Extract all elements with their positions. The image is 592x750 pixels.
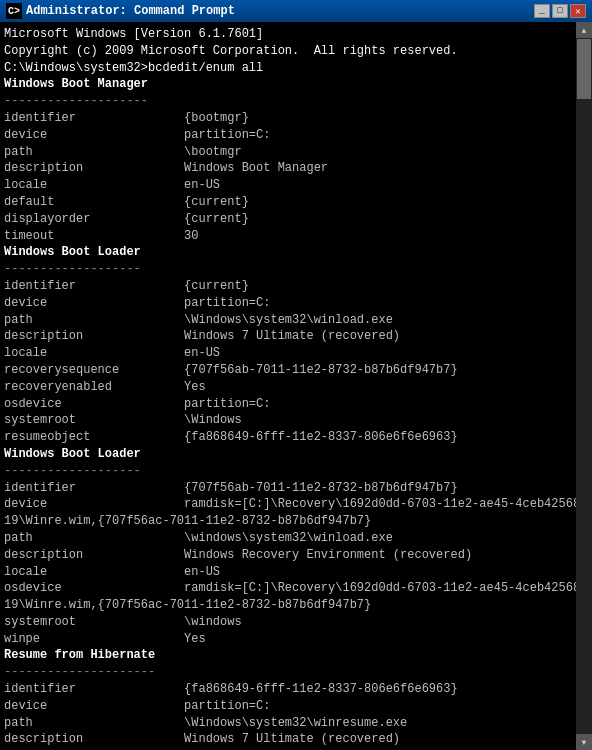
terminal-content: Microsoft Windows [Version 6.1.7601]Copy… [0, 22, 592, 750]
terminal-line: timeout 30 [4, 228, 568, 245]
terminal-line: description Windows 7 Ultimate (recovere… [4, 328, 568, 345]
scroll-up-button[interactable]: ▲ [576, 22, 592, 38]
scrollbar-thumb[interactable] [577, 39, 591, 99]
app-icon: C> [6, 3, 22, 19]
terminal-line: device ramdisk=[C:]\Recovery\1692d0dd-67… [4, 496, 568, 513]
terminal-line: 19\Winre.wim,{707f56ac-7011-11e2-8732-b8… [4, 597, 568, 614]
terminal-line: displayorder {current} [4, 211, 568, 228]
terminal-line: path \Windows\system32\winresume.exe [4, 715, 568, 732]
terminal-line: default {current} [4, 194, 568, 211]
terminal-line: --------------------- [4, 664, 568, 681]
minimize-button[interactable]: _ [534, 4, 550, 18]
terminal-line: locale en-US [4, 177, 568, 194]
terminal-line: Resume from Hibernate [4, 647, 568, 664]
terminal-line: systemroot \windows [4, 614, 568, 631]
terminal-line: resumeobject {fa868649-6fff-11e2-8337-80… [4, 429, 568, 446]
terminal-line: Microsoft Windows [Version 6.1.7601] [4, 26, 568, 43]
terminal-output: Microsoft Windows [Version 6.1.7601]Copy… [4, 26, 588, 746]
terminal-line: Windows Boot Loader [4, 446, 568, 463]
close-button[interactable]: ✕ [570, 4, 586, 18]
terminal-line: recoverysequence {707f56ab-7011-11e2-873… [4, 362, 568, 379]
titlebar: C> Administrator: Command Prompt _ □ ✕ [0, 0, 592, 22]
window-title: Administrator: Command Prompt [26, 4, 235, 18]
terminal-line: ------------------- [4, 463, 568, 480]
terminal-line: description Windows 7 Ultimate (recovere… [4, 731, 568, 746]
scrollbar[interactable]: ▲ ▼ [576, 22, 592, 750]
terminal-line: Windows Boot Manager [4, 76, 568, 93]
terminal-line: ------------------- [4, 261, 568, 278]
terminal-line: device partition=C: [4, 127, 568, 144]
terminal-line: Copyright (c) 2009 Microsoft Corporation… [4, 43, 568, 60]
terminal-line: identifier {bootmgr} [4, 110, 568, 127]
terminal-line: identifier {707f56ab-7011-11e2-8732-b87b… [4, 480, 568, 497]
terminal-line: osdevice ramdisk=[C:]\Recovery\1692d0dd-… [4, 580, 568, 597]
titlebar-left: C> Administrator: Command Prompt [6, 3, 235, 19]
scroll-down-button[interactable]: ▼ [576, 734, 592, 750]
terminal-line: description Windows Recovery Environment… [4, 547, 568, 564]
maximize-button[interactable]: □ [552, 4, 568, 18]
terminal-line: locale en-US [4, 345, 568, 362]
terminal-line: locale en-US [4, 564, 568, 581]
terminal-line: C:\Windows\system32>bcdedit/enum all [4, 60, 568, 77]
terminal-line: path \bootmgr [4, 144, 568, 161]
window-controls: _ □ ✕ [534, 4, 586, 18]
terminal-line: identifier {fa868649-6fff-11e2-8337-806e… [4, 681, 568, 698]
terminal-line: systemroot \Windows [4, 412, 568, 429]
terminal-line: path \windows\system32\winload.exe [4, 530, 568, 547]
command-prompt-window: C> Administrator: Command Prompt _ □ ✕ M… [0, 0, 592, 750]
terminal-line: osdevice partition=C: [4, 396, 568, 413]
terminal-line: device partition=C: [4, 698, 568, 715]
terminal-line: identifier {current} [4, 278, 568, 295]
terminal-line: Windows Boot Loader [4, 244, 568, 261]
terminal-line: 19\Winre.wim,{707f56ac-7011-11e2-8732-b8… [4, 513, 568, 530]
terminal-line: recoveryenabled Yes [4, 379, 568, 396]
terminal-line: path \Windows\system32\winload.exe [4, 312, 568, 329]
scrollbar-track[interactable] [576, 38, 592, 734]
terminal-line: -------------------- [4, 93, 568, 110]
terminal-line: winpe Yes [4, 631, 568, 648]
terminal-line: description Windows Boot Manager [4, 160, 568, 177]
terminal-line: device partition=C: [4, 295, 568, 312]
